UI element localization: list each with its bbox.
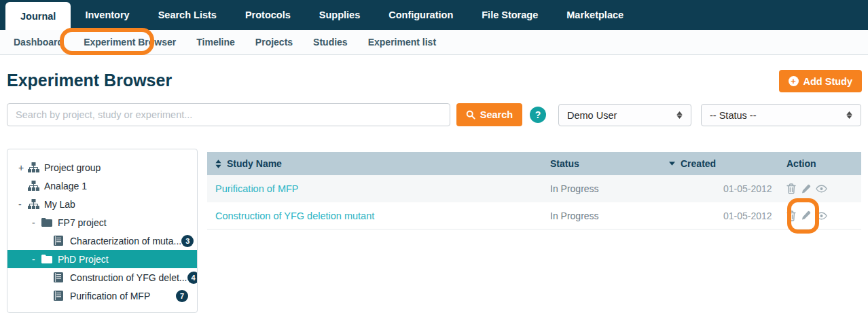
plus-circle-icon: +	[789, 76, 799, 86]
select-arrows-icon	[846, 111, 852, 119]
header-label: Action	[786, 158, 816, 169]
search-icon	[466, 110, 475, 119]
view-icon[interactable]	[816, 212, 827, 220]
created-cell: 01-05-2012	[669, 183, 786, 194]
sitemap-icon	[28, 199, 40, 209]
add-study-label: Add Study	[803, 76, 853, 87]
help-icon[interactable]: ?	[530, 107, 546, 123]
subnav-studies[interactable]: Studies	[303, 37, 358, 48]
created-cell: 01-05-2012	[669, 210, 786, 221]
count-badge: 7	[176, 290, 188, 302]
table-row: Purification of MFP In Progress 01-05-20…	[207, 175, 861, 202]
folder-icon	[41, 218, 54, 227]
header-created[interactable]: Created	[669, 158, 786, 169]
tree-item-characterization[interactable]: Characterization of muta... 3	[7, 232, 197, 250]
tab-configuration[interactable]: Configuration	[374, 0, 467, 30]
header-study-name[interactable]: Study Name	[207, 158, 550, 169]
status-filter-select[interactable]: -- Status --	[701, 104, 861, 126]
tree-item-my-lab[interactable]: - My Lab	[7, 195, 197, 213]
header-action: Action	[786, 158, 861, 169]
tree-item-construction[interactable]: Construction of YFG delet... 4	[7, 268, 197, 287]
edit-icon[interactable]	[801, 184, 811, 194]
tree-item-phd-project[interactable]: - PhD Project	[7, 250, 197, 268]
user-filter-value: Demo User	[567, 110, 617, 121]
subnav-dashboard[interactable]: Dashboard	[3, 37, 73, 48]
tab-protocols[interactable]: Protocols	[231, 0, 305, 30]
tree-expander[interactable]: -	[32, 217, 41, 228]
subnav-experiment-browser[interactable]: Experiment Browser	[73, 37, 186, 48]
subnav-timeline[interactable]: Timeline	[186, 37, 245, 48]
search-button-label: Search	[480, 109, 513, 120]
select-arrows-icon	[676, 111, 683, 119]
help-label: ?	[535, 109, 541, 120]
folder-icon	[41, 255, 54, 263]
sub-nav: Dashboard Experiment Browser Timeline Pr…	[0, 30, 868, 55]
table-header-row: Study Name Status Created Action	[207, 152, 861, 175]
edit-icon[interactable]	[801, 210, 811, 221]
top-nav: Journal Inventory Search Lists Protocols…	[0, 0, 868, 30]
sort-updown-icon[interactable]	[215, 160, 221, 168]
tab-supplies[interactable]: Supplies	[305, 0, 374, 30]
count-badge: 4	[187, 272, 198, 284]
tab-inventory[interactable]: Inventory	[71, 0, 143, 30]
status-filter-value: -- Status --	[710, 110, 756, 121]
search-button[interactable]: Search	[456, 103, 522, 126]
tree-expander[interactable]: +	[18, 162, 28, 173]
sitemap-icon	[28, 181, 40, 191]
journal-icon	[54, 291, 66, 301]
delete-icon[interactable]	[786, 183, 796, 194]
tree-expander[interactable]: -	[18, 199, 28, 210]
header-label: Created	[681, 158, 716, 169]
count-badge: 3	[181, 235, 194, 247]
tree-expander[interactable]: -	[32, 254, 41, 265]
tree-item-label: Analage 1	[44, 181, 87, 191]
add-study-button[interactable]: + Add Study	[779, 70, 863, 92]
sort-desc-icon[interactable]	[669, 162, 675, 166]
tab-file-storage[interactable]: File Storage	[467, 0, 552, 30]
header-label: Study Name	[227, 158, 282, 169]
tree-item-analage-1[interactable]: Analage 1	[7, 177, 197, 195]
tree-item-label: Construction of YFG delet...	[70, 272, 187, 283]
tree-item-label: Characterization of muta...	[70, 236, 181, 246]
table-row: Construction of YFG deletion mutant In P…	[207, 202, 861, 229]
journal-icon	[54, 236, 66, 246]
journal-icon	[54, 272, 66, 282]
tree-item-label: Purification of MFP	[70, 291, 150, 301]
header-label: Status	[550, 158, 579, 169]
tab-journal[interactable]: Journal	[5, 2, 71, 30]
study-name-link[interactable]: Purification of MFP	[215, 183, 299, 194]
status-cell: In Progress	[550, 183, 669, 194]
tree-item-purification[interactable]: Purification of MFP 7	[7, 287, 197, 305]
project-tree-panel: + Project group Analage 1 - My Lab - FP7…	[7, 149, 198, 313]
header-status[interactable]: Status	[550, 158, 669, 169]
tab-marketplace[interactable]: Marketplace	[552, 0, 638, 30]
tree-item-label: Project group	[44, 162, 101, 173]
study-name-link[interactable]: Construction of YFG deletion mutant	[215, 210, 374, 221]
tree-item-project-group[interactable]: + Project group	[7, 158, 197, 177]
tree-item-fp7-project[interactable]: - FP7 project	[7, 213, 197, 232]
sitemap-icon	[28, 162, 40, 172]
tree-item-label: My Lab	[44, 199, 75, 210]
page-title: Experiment Browser	[7, 71, 172, 90]
study-table: Study Name Status Created Action Purific…	[207, 152, 861, 229]
delete-icon[interactable]	[786, 210, 796, 221]
search-input[interactable]	[7, 103, 450, 126]
subnav-experiment-list[interactable]: Experiment list	[358, 37, 446, 48]
view-icon[interactable]	[816, 185, 827, 193]
subnav-projects[interactable]: Projects	[245, 37, 303, 48]
tab-search-lists[interactable]: Search Lists	[144, 0, 231, 30]
status-cell: In Progress	[550, 210, 669, 221]
tree-item-label: FP7 project	[58, 217, 107, 228]
tree-item-label: PhD Project	[58, 254, 109, 265]
user-filter-select[interactable]: Demo User	[558, 104, 691, 126]
